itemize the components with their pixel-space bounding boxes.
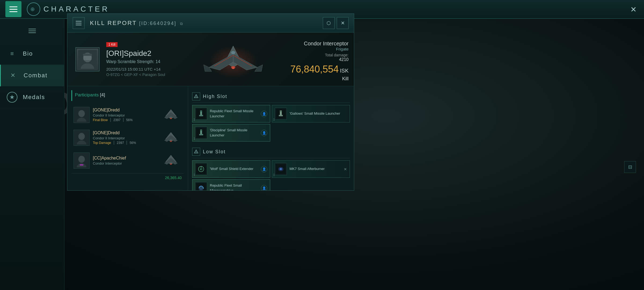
high-slot-header: High Slot bbox=[192, 90, 350, 103]
svg-point-55 bbox=[196, 153, 196, 153]
modal-close-button[interactable]: ✕ bbox=[337, 17, 349, 29]
participant-3-ship-img bbox=[160, 153, 182, 168]
svg-point-24 bbox=[78, 133, 85, 140]
high-slot-label: High Slot bbox=[203, 94, 227, 99]
svg-rect-4 bbox=[83, 54, 92, 56]
sidebar-item-medals[interactable]: ★ Medals bbox=[0, 86, 64, 108]
participant-2-badge: Top Damage bbox=[93, 141, 111, 145]
right-toolbar: ⊟ bbox=[624, 161, 636, 173]
participant-2-damage: 2397 bbox=[117, 141, 124, 145]
participant-2-percent: 56% bbox=[130, 141, 136, 145]
isk-unit: ISK bbox=[340, 68, 349, 74]
svg-point-64 bbox=[280, 168, 282, 170]
participant-row: [GONE]Dredd Condor II Interceptor Top Da… bbox=[71, 126, 184, 149]
slot-item-name: 'Wolf' Small Shield Extender bbox=[210, 166, 258, 171]
slot-item-action[interactable]: 👤 bbox=[261, 111, 267, 117]
participant-3-avatar bbox=[74, 153, 90, 169]
participant-2-ship-img bbox=[160, 130, 182, 145]
participant-1-badge: Final Blow bbox=[93, 118, 108, 122]
sidebar-item-combat[interactable]: ✕ Combat bbox=[0, 65, 64, 86]
modal-menu-button[interactable] bbox=[73, 17, 85, 29]
slot-item-name: MK7 Small Afterburner bbox=[290, 166, 341, 171]
copy-icon[interactable]: ⧉ bbox=[180, 21, 184, 26]
participant-2-avatar bbox=[74, 130, 90, 146]
avatar-face bbox=[77, 49, 98, 70]
sidebar-item-bio[interactable]: ≡ Bio bbox=[0, 43, 64, 65]
participant-3-name: [CC]ApacheChief bbox=[93, 156, 157, 161]
participant-row: [GONE]Dredd Condor II Interceptor Final … bbox=[71, 104, 184, 126]
total-damage-label: Total damage: bbox=[290, 53, 349, 57]
modal-actions: ⬡ ✕ bbox=[323, 17, 349, 29]
slot-item-action[interactable]: 👤 bbox=[261, 166, 267, 172]
svg-point-13 bbox=[231, 51, 235, 54]
slot-item-icon bbox=[195, 127, 207, 139]
sidebar-combat-label: Combat bbox=[24, 72, 47, 79]
bottom-price: 26,365.40 bbox=[165, 176, 182, 180]
svg-point-40 bbox=[196, 97, 196, 98]
participant-1-damage: 2397 bbox=[113, 118, 120, 122]
modal-title: KILL REPORT [ID:6640294] ⧉ bbox=[90, 20, 317, 27]
low-slot-label: Low Slot bbox=[203, 149, 226, 155]
participant-1-avatar bbox=[74, 107, 90, 123]
slot-item-action[interactable]: 👤 bbox=[261, 185, 267, 191]
modal-header: KILL REPORT [ID:6640294] ⧉ ⬡ ✕ bbox=[67, 14, 354, 32]
slot-item-name: 'Discipline' Small Missile Launcher bbox=[210, 128, 258, 137]
external-link-button[interactable]: ⬡ bbox=[323, 17, 335, 29]
slot-item: 1 'Discipline' Small Missile Launcher bbox=[192, 124, 270, 142]
slot-item-name: Republic Fleet Small Microwarpdrive bbox=[210, 183, 258, 190]
slot-item: 1 Republic Fleet Small Micr bbox=[192, 179, 270, 190]
low-slot-icon bbox=[192, 148, 200, 156]
slot-item-name: 'Gallows' Small Missile Launcher bbox=[290, 111, 347, 116]
slot-item-icon: + bbox=[195, 163, 207, 175]
slot-item: 1 + 'Wolf' Small Shield Exte bbox=[192, 160, 270, 178]
svg-rect-43 bbox=[199, 115, 203, 116]
kill-outcome-label: Kill bbox=[290, 76, 349, 82]
kill-info-header: 1 Kill [ORI]Spaide2 Warp Scramble Streng… bbox=[67, 32, 354, 86]
participant-2-info: [GONE]Dredd Condor II Interceptor Top Da… bbox=[93, 130, 157, 145]
sidebar-menu-button[interactable] bbox=[24, 23, 40, 39]
ship-type: Frigate bbox=[290, 47, 349, 51]
modal-content: 1 Kill [ORI]Spaide2 Warp Scramble Streng… bbox=[67, 32, 354, 190]
bio-icon: ≡ bbox=[7, 48, 17, 59]
slot-item-icon bbox=[195, 108, 207, 120]
app-title: CHARACTER bbox=[43, 5, 109, 13]
svg-point-37 bbox=[170, 164, 172, 165]
svg-rect-33 bbox=[80, 164, 83, 166]
participant-3-info: [CC]ApacheChief Condor Interceptor bbox=[93, 156, 157, 165]
top-close-button[interactable]: ✕ bbox=[628, 4, 639, 15]
svg-rect-51 bbox=[199, 134, 203, 135]
svg-point-22 bbox=[170, 118, 172, 119]
remove-item-button[interactable]: ✕ bbox=[344, 167, 347, 171]
svg-point-10 bbox=[232, 67, 235, 69]
total-damage-value: 4210 bbox=[290, 57, 349, 62]
bottom-panels: Participants [4] [GONE]Dredd Cond bbox=[67, 86, 354, 190]
participant-1-percent: 56% bbox=[126, 118, 133, 122]
isk-value: 76,840,554 bbox=[290, 64, 339, 75]
participant-2-name: [GONE]Dredd bbox=[93, 130, 157, 135]
svg-text:+: + bbox=[200, 168, 201, 171]
hamburger-button[interactable] bbox=[5, 1, 21, 17]
slot-item: 1 'Gallows' Small Missile Launcher bbox=[272, 105, 350, 122]
filter-button[interactable]: ⊟ bbox=[624, 161, 636, 173]
high-slot-icon bbox=[192, 92, 200, 100]
kill-report-modal: KILL REPORT [ID:6640294] ⧉ ⬡ ✕ bbox=[67, 13, 354, 191]
participant-row: [CC]ApacheChief Condor Interceptor bbox=[71, 149, 184, 172]
svg-point-44 bbox=[200, 110, 202, 112]
slot-item: 1 MK7 Small Afterburner ✕ bbox=[272, 160, 350, 178]
slot-item-name: Republic Fleet Small Missile Launcher bbox=[210, 109, 258, 118]
report-id: [ID:6640294] bbox=[139, 21, 177, 26]
sidebar-medals-label: Medals bbox=[23, 94, 45, 101]
participants-title: Participants [4] bbox=[71, 90, 184, 101]
slot-item-action[interactable]: 👤 bbox=[261, 130, 267, 136]
participants-panel: Participants [4] [GONE]Dredd Cond bbox=[67, 86, 188, 190]
participant-1-ship-img bbox=[160, 108, 182, 122]
low-slot-section: Low Slot 1 bbox=[192, 146, 350, 190]
high-slot-grid: 1 Republic Fleet Small Missile Launcher bbox=[192, 105, 350, 142]
left-sidebar: ≡ Bio ✕ Combat ★ Medals bbox=[0, 19, 64, 290]
logo-icon: ⊕ bbox=[27, 2, 40, 16]
participant-3-ship: Condor Interceptor bbox=[93, 161, 157, 165]
svg-rect-47 bbox=[279, 115, 283, 116]
low-slot-header: Low Slot bbox=[192, 146, 350, 158]
low-slot-grid: 1 + 'Wolf' Small Shield Exte bbox=[192, 160, 350, 190]
high-slot-section: High Slot 1 bbox=[192, 90, 350, 142]
